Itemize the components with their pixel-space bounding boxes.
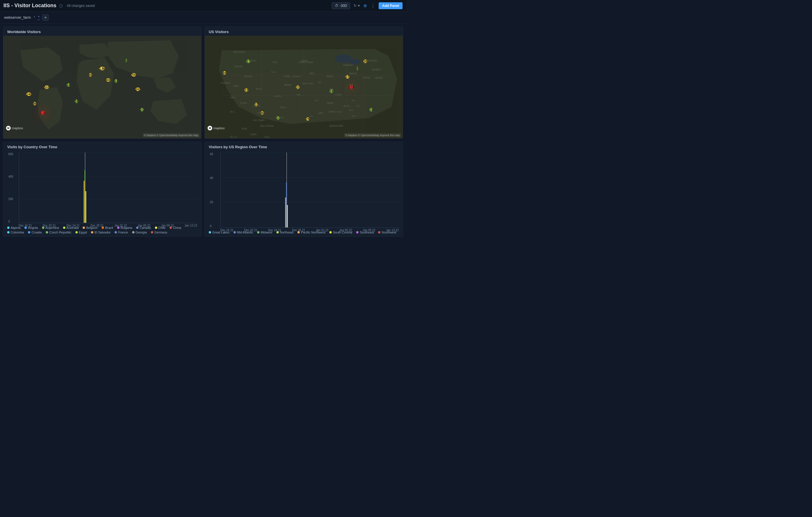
us-bubble: 22	[296, 86, 299, 89]
sub-header: webserver_farm * * +	[0, 11, 406, 24]
legend-item: France	[115, 231, 128, 234]
country-chart-area: 600 400 200 0	[19, 153, 197, 223]
us-bubble: 12	[276, 116, 280, 120]
legend-label: Egypt	[79, 231, 87, 234]
worldwide-panel: Worldwide Visitors 1405109	[3, 27, 202, 139]
region-chart-area: 60 40 20 0	[220, 153, 399, 228]
variable-label: webserver_farm	[4, 15, 31, 20]
region-grid-line-40	[221, 177, 399, 178]
legend-label: Georgia	[136, 231, 147, 234]
legend-item: Germany	[151, 231, 167, 234]
world-bubble: 2.1k	[40, 111, 46, 115]
legend-dot	[151, 231, 153, 234]
legend-dot	[46, 231, 48, 234]
world-bubble: 700	[131, 73, 137, 77]
us-bubble: 22	[244, 88, 248, 92]
world-bubble: 140	[26, 92, 31, 96]
region-spike-2	[285, 197, 286, 227]
region-x-axis: Dec 16 21 Dec 20 21 Dec 24 21 Dec 28 21 …	[220, 229, 399, 232]
country-spike-3	[86, 191, 86, 223]
variable-value[interactable]: *	[38, 15, 39, 20]
us-panel: US Visitors WASH. MONT. IDAHO ORE.	[204, 27, 403, 139]
us-attribution[interactable]: © Mapbox © OpenStreetMap Improve this ma…	[344, 133, 401, 137]
grid-line-400	[19, 176, 197, 176]
region-chart-panel: Visitors by US Region Over Time 60 40 20…	[204, 142, 403, 237]
world-bubble: 53	[114, 79, 118, 83]
refresh-button[interactable]: ↻ ▾	[354, 3, 360, 8]
legend-dot	[7, 226, 9, 229]
time-range-picker[interactable]: ⏱ -30D	[332, 2, 350, 9]
us-bubbles: 4417222246122278182721983019	[205, 36, 403, 139]
us-bubble: 19	[370, 108, 373, 112]
add-panel-button[interactable]: Add Panel	[379, 2, 403, 9]
legend-item: Colombia	[7, 231, 24, 234]
filter-icon[interactable]: ⚙	[364, 3, 367, 8]
world-bubble: 18	[75, 100, 78, 103]
us-bubble: 30	[364, 60, 367, 63]
legend-label: Germany	[154, 231, 167, 234]
legend-item: Egypt	[76, 231, 87, 234]
world-bubble: 86	[89, 73, 92, 77]
legend-item: Georgia	[132, 231, 147, 234]
us-bubble: 219	[349, 86, 354, 89]
legend-dot	[209, 231, 211, 234]
worldwide-map[interactable]: 140510982.1k1818861.8k60853670024221 M m…	[3, 36, 201, 139]
country-chart-container: 600 400 200 0	[3, 151, 201, 224]
country-chart-panel: Visits by Country Over Time 600 400 200 …	[3, 142, 202, 237]
us-bubble: 17	[246, 60, 250, 63]
region-chart-plot	[220, 153, 399, 228]
world-bubbles: 140510982.1k1818861.8k60853670024221	[3, 36, 201, 139]
us-bubble: 78	[306, 117, 310, 121]
country-chart-title: Visits by Country Over Time	[3, 142, 201, 151]
region-chart-container: 60 40 20 0	[205, 151, 403, 229]
variable-asterisk: *	[34, 16, 35, 20]
more-options-icon[interactable]: ⋮	[371, 3, 375, 8]
legend-dot	[28, 231, 30, 234]
header: IIS - Visitor Locations ⬡ All changes sa…	[0, 0, 406, 11]
legend-item: Croatia	[28, 231, 41, 234]
us-map[interactable]: WASH. MONT. IDAHO ORE. NEV. UTAH COLO. W…	[205, 36, 403, 139]
share-icon[interactable]: ⬡	[59, 3, 63, 8]
world-bubble: 1.8k	[99, 67, 105, 70]
world-bubble: 98	[33, 102, 36, 105]
us-bubble: 18	[330, 90, 333, 93]
legend-label: Czech Republic	[49, 231, 71, 234]
world-bubble: 18	[67, 83, 70, 87]
mapbox-logo-worldwide: M mapbox	[6, 126, 23, 130]
legend-dot	[115, 231, 117, 234]
country-y-axis: 600 400 200 0	[8, 153, 13, 223]
region-grid-line-60	[221, 153, 399, 153]
legend-label: France	[118, 231, 128, 234]
region-spike-3	[287, 205, 288, 227]
us-bubble: 44	[223, 71, 226, 74]
country-spike-2	[84, 181, 84, 223]
legend-item: Czech Republic	[46, 231, 71, 234]
add-variable-button[interactable]: +	[42, 14, 49, 21]
legend-label: Croatia	[31, 231, 41, 234]
legend-dot	[132, 231, 135, 234]
grid-line-200	[19, 199, 197, 199]
us-bubble: 22	[255, 103, 258, 106]
us-bubble: 27	[346, 75, 349, 79]
mapbox-logo-us: M mapbox	[208, 126, 225, 130]
country-x-axis: Dec 16 21 Dec 20 21 Dec 24 21 Dec 28 21 …	[19, 224, 197, 227]
world-bubble: 608	[106, 78, 111, 82]
world-bubble: 242	[135, 88, 141, 91]
worldwide-title: Worldwide Visitors	[3, 27, 201, 36]
legend-dot	[91, 231, 93, 234]
legend-dot	[7, 231, 9, 234]
world-bubble: 21	[140, 108, 143, 112]
legend-label: El Salvador	[94, 231, 111, 234]
legend-item: El Salvador	[91, 231, 111, 234]
refresh-chevron-icon: ▾	[358, 3, 360, 8]
worldwide-attribution[interactable]: © Mapbox © OpenStreetMap Improve this ma…	[143, 133, 200, 137]
refresh-icon: ↻	[354, 3, 357, 8]
time-range-value: -30D	[340, 4, 347, 8]
legend-label: Colombia	[11, 231, 24, 234]
saved-status: All changes saved	[67, 4, 95, 8]
region-chart-title: Visitors by US Region Over Time	[205, 142, 403, 151]
grid-line-600	[19, 153, 197, 153]
world-bubble: 510	[44, 86, 49, 89]
clock-icon: ⏱	[335, 4, 338, 8]
us-title: US Visitors	[205, 27, 403, 36]
